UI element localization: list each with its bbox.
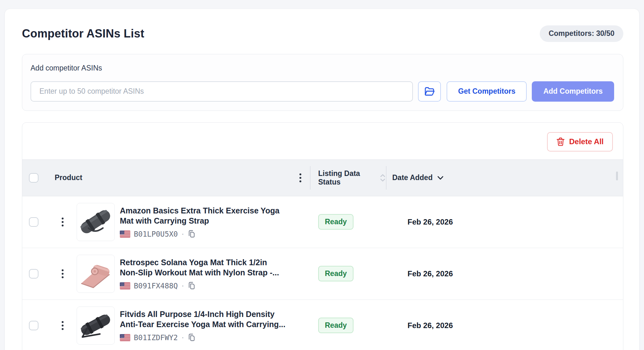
asin-value: B01IZDFWY2 xyxy=(134,333,178,342)
asin-value: B091FX488Q xyxy=(134,282,178,290)
header-col-status: Listing Data Status xyxy=(311,169,386,186)
delete-all-label: Delete All xyxy=(569,137,604,146)
asin-line: B091FX488Q · xyxy=(120,281,279,290)
sort-up-down-icon xyxy=(380,173,386,183)
table-row: Retrospec Solana Yoga Mat Thick 1/2in No… xyxy=(22,248,623,300)
copy-asin-icon[interactable] xyxy=(188,333,195,342)
copy-asin-icon[interactable] xyxy=(188,281,195,290)
select-all-checkbox[interactable] xyxy=(29,173,38,183)
us-flag-icon xyxy=(120,282,130,289)
competitors-table-card: Delete All Product Listing Data Status xyxy=(22,122,623,350)
table-scrollbar-thumb[interactable] xyxy=(616,172,618,180)
product-title: Retrospec Solana Yoga Mat Thick 1/2in No… xyxy=(120,257,279,278)
us-flag-icon xyxy=(120,231,130,238)
product-column-menu-kebab-icon[interactable] xyxy=(299,173,302,183)
add-competitors-row: Get Competitors Add Competitors xyxy=(31,81,614,102)
row-menu-kebab-icon[interactable] xyxy=(61,269,64,279)
panel-header: Competitor ASINs List Competitors: 30/50 xyxy=(22,25,623,42)
status-badge: Ready xyxy=(318,266,353,282)
date-added-value: Feb 26, 2026 xyxy=(408,269,453,278)
delete-all-button[interactable]: Delete All xyxy=(547,132,613,151)
row-checkbox[interactable] xyxy=(29,269,38,279)
add-competitors-button[interactable]: Add Competitors xyxy=(532,81,614,102)
table-toolbar: Delete All xyxy=(22,123,623,159)
row-status-cell: Ready xyxy=(311,318,386,333)
sort-by-status-button[interactable]: Listing Data Status xyxy=(318,169,386,186)
row-product-cell: Fitvids All Purpose 1/4-Inch High Densit… xyxy=(22,306,310,345)
page-title: Competitor ASINs List xyxy=(22,27,144,40)
product-column-label: Product xyxy=(55,173,82,182)
asin-separator: · xyxy=(181,333,184,342)
asin-separator: · xyxy=(181,230,184,238)
row-menu-kebab-icon[interactable] xyxy=(61,217,64,227)
asin-value: B01LP0U5X0 xyxy=(134,230,178,238)
open-folder-icon xyxy=(424,87,435,96)
table-header-row: Product Listing Data Status xyxy=(22,159,623,196)
asin-separator: · xyxy=(181,281,184,290)
product-title: Amazon Basics Extra Thick Exercise Yoga … xyxy=(120,205,279,226)
table-row: Amazon Basics Extra Thick Exercise Yoga … xyxy=(22,196,623,248)
row-menu-kebab-icon[interactable] xyxy=(61,320,64,331)
row-checkbox[interactable] xyxy=(29,321,38,330)
product-info: Fitvids All Purpose 1/4-Inch High Densit… xyxy=(120,309,285,342)
add-competitors-section: Add competitor ASINs Get Competitors Add… xyxy=(22,54,623,111)
status-column-label: Listing Data Status xyxy=(318,169,375,186)
row-status-cell: Ready xyxy=(311,214,386,230)
header-col-date: Date Added xyxy=(387,173,623,182)
date-column-label: Date Added xyxy=(392,173,433,182)
product-image xyxy=(77,203,115,241)
get-competitors-button[interactable]: Get Competitors xyxy=(447,81,527,102)
us-flag-icon xyxy=(120,334,130,341)
table-row: Fitvids All Purpose 1/4-Inch High Densit… xyxy=(22,300,623,350)
date-added-value: Feb 26, 2026 xyxy=(408,218,453,226)
product-info: Retrospec Solana Yoga Mat Thick 1/2in No… xyxy=(120,257,279,290)
add-competitors-label: Add competitor ASINs xyxy=(31,64,614,72)
asin-line: B01IZDFWY2 · xyxy=(120,333,285,342)
chevron-down-icon xyxy=(437,176,444,180)
row-date-cell: Feb 26, 2026 xyxy=(387,218,623,226)
competitors-count-badge: Competitors: 30/50 xyxy=(540,25,623,42)
product-image xyxy=(77,255,115,293)
row-product-cell: Retrospec Solana Yoga Mat Thick 1/2in No… xyxy=(22,255,310,293)
row-product-cell: Amazon Basics Extra Thick Exercise Yoga … xyxy=(22,203,310,241)
product-title: Fitvids All Purpose 1/4-Inch High Densit… xyxy=(120,309,285,329)
header-col-product: Product xyxy=(22,173,310,183)
asin-input[interactable] xyxy=(31,81,413,102)
status-badge: Ready xyxy=(318,214,353,230)
trash-icon xyxy=(556,137,565,146)
row-date-cell: Feb 26, 2026 xyxy=(387,269,623,278)
asin-line: B01LP0U5X0 · xyxy=(120,230,279,238)
row-checkbox[interactable] xyxy=(29,217,38,227)
row-date-cell: Feb 26, 2026 xyxy=(387,321,623,330)
product-info: Amazon Basics Extra Thick Exercise Yoga … xyxy=(120,205,279,238)
copy-asin-icon[interactable] xyxy=(188,230,195,238)
upload-file-button[interactable] xyxy=(418,81,441,102)
product-image xyxy=(77,306,115,345)
date-added-value: Feb 26, 2026 xyxy=(408,321,453,330)
status-badge: Ready xyxy=(318,318,353,333)
row-status-cell: Ready xyxy=(311,266,386,282)
competitor-asins-panel: Competitor ASINs List Competitors: 30/50… xyxy=(4,9,640,350)
sort-by-date-button[interactable]: Date Added xyxy=(392,173,444,182)
